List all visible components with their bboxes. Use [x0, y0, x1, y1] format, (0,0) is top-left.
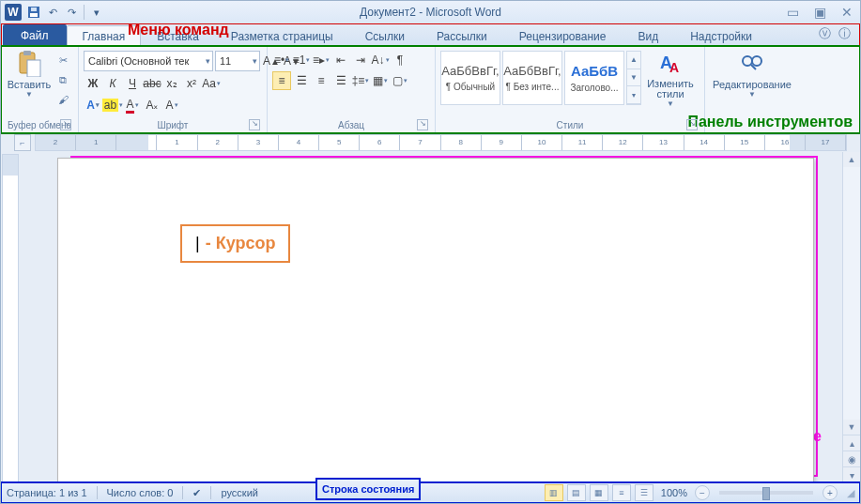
editing-button[interactable]: Редактирование ▼ — [710, 49, 794, 99]
copy-icon[interactable]: ⧉ — [54, 71, 71, 88]
resize-grip-icon[interactable]: ◢ — [847, 487, 854, 499]
scroll-down-icon[interactable]: ▼ — [843, 420, 860, 435]
status-word-count[interactable]: Число слов: 0 — [107, 487, 174, 498]
tab-selector-icon[interactable]: ⌐ — [14, 134, 31, 151]
font-name-combo[interactable]: Calibri (Основной тек — [84, 51, 213, 71]
svg-point-10 — [752, 56, 761, 66]
view-web-icon[interactable]: ▦ — [590, 484, 608, 501]
qat-customize-icon[interactable]: ▾ — [88, 4, 105, 21]
highlight-button[interactable]: ab — [103, 96, 122, 115]
save-icon[interactable] — [25, 4, 42, 21]
quick-access-toolbar: ↶ ↷ ▾ — [25, 4, 105, 21]
tab-view[interactable]: Вид — [622, 25, 674, 46]
vertical-scrollbar[interactable]: ▲ ▼ ▴ ◉ ▾ — [842, 152, 860, 482]
bold-button[interactable]: Ж — [84, 74, 102, 93]
underline-button[interactable]: Ч — [123, 74, 142, 93]
zoom-slider[interactable] — [719, 491, 813, 495]
tab-home[interactable]: Главная — [67, 25, 142, 46]
bullets-button[interactable]: ≡• — [272, 51, 291, 69]
redo-icon[interactable]: ↷ — [63, 4, 80, 21]
style-heading1[interactable]: АаБбВЗаголово... — [564, 51, 624, 105]
svg-point-8 — [743, 56, 752, 66]
strikethrough-button[interactable]: abc — [143, 74, 161, 93]
char-border-button[interactable]: A — [162, 96, 181, 115]
app-icon: W — [5, 4, 22, 21]
styles-scroll[interactable]: ▲▼▾ — [626, 51, 641, 105]
maximize-button[interactable]: ▣ — [814, 5, 826, 20]
clear-formatting-icon[interactable]: Aₓ — [143, 96, 161, 115]
sort-button[interactable]: A↓ — [371, 51, 390, 69]
format-painter-icon[interactable]: 🖌 — [54, 91, 71, 108]
ruler-area: ⌐ 211234567891011121314151617 — [1, 133, 860, 152]
zoom-in-button[interactable]: + — [823, 485, 838, 500]
browse-object-icon[interactable]: ◉ — [843, 451, 860, 466]
horizontal-ruler[interactable]: 211234567891011121314151617 — [35, 134, 847, 151]
ribbon-minimize-icon[interactable]: ⓥ — [819, 25, 831, 42]
style-no-spacing[interactable]: АаБбВвГг,¶ Без инте... — [502, 51, 562, 105]
app-window: Меню команд W ↶ ↷ ▾ Документ2 - Microsof… — [0, 0, 861, 504]
status-bar: Строка состояния Страница: 1 из 1 Число … — [1, 482, 860, 503]
cursor-annotation: | - Курсор — [180, 224, 290, 263]
tab-insert[interactable]: Вставка — [141, 25, 215, 46]
align-right-icon[interactable]: ≡ — [312, 71, 331, 90]
font-size-combo[interactable]: 11 — [215, 51, 260, 71]
align-left-icon[interactable]: ≡ — [272, 71, 291, 90]
change-styles-button[interactable]: AA Изменить стили ▼ — [641, 49, 700, 108]
tab-page-layout[interactable]: Разметка страницы — [215, 25, 349, 46]
prev-page-icon[interactable]: ▴ — [843, 435, 860, 451]
clipboard-launcher-icon[interactable]: ↘ — [60, 119, 71, 130]
tab-file[interactable]: Файл — [3, 24, 67, 46]
tab-addins[interactable]: Надстройки — [674, 25, 768, 46]
cut-icon[interactable]: ✂ — [54, 52, 71, 69]
multilevel-button[interactable]: ≡▸ — [312, 51, 331, 69]
close-button[interactable]: ✕ — [841, 5, 853, 20]
font-color-button[interactable]: A — [123, 96, 142, 115]
tab-mailings[interactable]: Рассылки — [421, 25, 503, 46]
group-paragraph: ≡• ≡1 ≡▸ ⇤ ⇥ A↓ ¶ ≡ ☰ ≡ ☰ ‡≡ ▦ ▢ — [268, 47, 436, 132]
annotation-status: Строка состояния — [316, 479, 420, 499]
shading-button[interactable]: ▦ — [371, 71, 390, 90]
change-case-button[interactable]: Aa — [202, 74, 221, 93]
paragraph-launcher-icon[interactable]: ↘ — [417, 119, 428, 130]
increase-indent-icon[interactable]: ⇥ — [351, 51, 370, 69]
undo-icon[interactable]: ↶ — [44, 4, 61, 21]
justify-icon[interactable]: ☰ — [331, 71, 350, 90]
view-draft-icon[interactable]: ☰ — [635, 484, 653, 501]
minimize-button[interactable]: ▭ — [787, 5, 799, 20]
show-marks-icon[interactable]: ¶ — [391, 51, 409, 69]
align-center-icon[interactable]: ☰ — [292, 71, 311, 90]
italic-button[interactable]: К — [103, 74, 122, 93]
status-language[interactable]: русский — [221, 487, 257, 498]
subscript-button[interactable]: x₂ — [162, 74, 181, 93]
document-page[interactable]: | - Курсор — [57, 158, 814, 482]
font-launcher-icon[interactable]: ↘ — [249, 119, 260, 130]
paste-icon — [16, 51, 42, 77]
styles-launcher-icon[interactable]: ↘ — [686, 119, 698, 130]
svg-rect-2 — [31, 8, 37, 11]
next-page-icon[interactable]: ▾ — [843, 466, 860, 482]
group-styles: АаБбВвГг,¶ Обычный АаБбВвГг,¶ Без инте..… — [436, 47, 705, 132]
vertical-ruler[interactable] — [2, 154, 19, 482]
line-spacing-button[interactable]: ‡≡ — [351, 71, 370, 90]
document-area: Рабочее поле | - Курсор ▲ ▼ ▴ ◉ ▾ — [1, 152, 860, 482]
zoom-out-button[interactable]: − — [695, 485, 710, 500]
status-page[interactable]: Страница: 1 из 1 — [7, 487, 87, 498]
proofing-icon[interactable]: ✔ — [192, 487, 201, 499]
style-normal[interactable]: АаБбВвГг,¶ Обычный — [440, 51, 500, 105]
scroll-up-icon[interactable]: ▲ — [843, 152, 860, 167]
borders-button[interactable]: ▢ — [391, 71, 409, 90]
help-icon[interactable]: ⓘ — [838, 25, 851, 42]
svg-rect-1 — [30, 13, 38, 17]
zoom-level[interactable]: 100% — [661, 487, 687, 498]
decrease-indent-icon[interactable]: ⇤ — [331, 51, 350, 69]
view-outline-icon[interactable]: ≡ — [612, 484, 631, 501]
tab-references[interactable]: Ссылки — [349, 25, 421, 46]
numbering-button[interactable]: ≡1 — [292, 51, 311, 69]
paste-button[interactable]: Вставить ▼ — [6, 49, 53, 99]
view-full-screen-icon[interactable]: ▤ — [567, 484, 586, 501]
text-effects-button[interactable]: A — [84, 96, 102, 115]
view-print-layout-icon[interactable]: ▥ — [545, 484, 563, 501]
title-bar: W ↶ ↷ ▾ Документ2 - Microsoft Word ▭ ▣ ✕ — [1, 1, 860, 23]
superscript-button[interactable]: x² — [182, 74, 201, 93]
tab-review[interactable]: Рецензирование — [503, 25, 623, 46]
